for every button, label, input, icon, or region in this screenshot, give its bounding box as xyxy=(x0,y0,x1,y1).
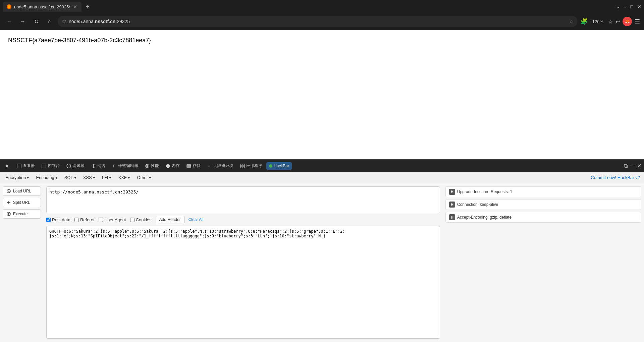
devtools-memory-tool[interactable]: 内存 xyxy=(163,162,182,170)
user-agent-checkbox[interactable] xyxy=(99,218,103,222)
execute-icon xyxy=(6,212,11,216)
devtools-cursor-tool[interactable] xyxy=(3,162,13,170)
devtools-toolbar: 查看器 控制台 调试器 网络 样式编辑器 性能 内存 存储 xyxy=(0,160,644,172)
other-arrow-icon: ▾ xyxy=(149,175,151,180)
hackbar-panel: Encryption ▾ Encoding ▾ SQL ▾ XSS ▾ LFI … xyxy=(0,172,644,342)
other-label: Other xyxy=(137,175,148,180)
apps-label: 应用程序 xyxy=(246,163,262,169)
referer-checkbox[interactable] xyxy=(74,218,79,222)
svg-point-17 xyxy=(7,212,10,216)
url-plain: node5.anna. xyxy=(69,19,95,24)
cookies-label: Cookies xyxy=(136,217,152,222)
header-item-connection: H Connection: keep-alive xyxy=(445,199,641,210)
hackbar-xss-menu[interactable]: XSS ▾ xyxy=(82,174,97,181)
devtools-undock-button[interactable]: ⧉ xyxy=(624,163,628,169)
url-input[interactable]: http://node5.anna.nssctf.cn:29325/ xyxy=(46,186,440,213)
svg-rect-3 xyxy=(42,164,46,168)
home-button[interactable]: ⌂ xyxy=(44,16,55,27)
maximize-button[interactable]: □ xyxy=(631,4,633,9)
devtools-console-tool[interactable]: 控制台 xyxy=(39,162,62,170)
lfi-arrow-icon: ▾ xyxy=(109,175,111,180)
svg-point-6 xyxy=(147,165,148,167)
back-history-icon[interactable]: ↩ xyxy=(615,18,620,25)
load-url-button[interactable]: Load URL xyxy=(3,186,41,196)
network-label: 网络 xyxy=(97,163,105,169)
cookies-checkbox-label[interactable]: Cookies xyxy=(130,217,152,222)
add-header-button[interactable]: Add Header xyxy=(156,216,184,223)
menu-icon[interactable]: ☰ xyxy=(635,18,640,25)
hackbar-lfi-menu[interactable]: LFI ▾ xyxy=(101,174,113,181)
header-item-accept-encoding: H Accept-Encoding: gzip, deflate xyxy=(445,212,641,223)
devtools-apps-tool[interactable]: 应用程序 xyxy=(237,162,265,170)
url-domain: nssctf.cn xyxy=(95,19,115,24)
svg-rect-10 xyxy=(187,166,191,167)
address-bar[interactable]: 🛡 node5.anna.nssctf.cn:29325 ☆ xyxy=(58,16,578,27)
xxe-label: XXE xyxy=(118,175,127,180)
window-controls: ⌄ – □ ✕ xyxy=(616,4,641,9)
url-port: :29325 xyxy=(115,19,130,24)
svg-rect-13 xyxy=(243,164,245,166)
active-tab[interactable]: node5.anna.nssctf.cn:29325/ ✕ xyxy=(3,2,82,12)
back-button[interactable]: ← xyxy=(4,16,15,27)
hackbar-action-buttons: Load URL Split URL Execute xyxy=(0,183,44,342)
zoom-level[interactable]: 120% xyxy=(590,18,605,25)
sql-arrow-icon: ▾ xyxy=(74,175,76,180)
devtools-hackbar-tool[interactable]: HackBar xyxy=(266,162,292,170)
svg-point-1 xyxy=(8,5,10,8)
devtools-inspector-tool[interactable]: 查看器 xyxy=(14,162,38,170)
hackbar-encoding-menu[interactable]: Encoding ▾ xyxy=(35,174,59,181)
devtools-performance-tool[interactable]: 性能 xyxy=(142,162,162,170)
close-button[interactable]: ✕ xyxy=(637,4,641,9)
devtools-styles-tool[interactable]: 样式编辑器 xyxy=(109,162,141,170)
svg-point-7 xyxy=(166,164,170,168)
reload-button[interactable]: ↻ xyxy=(31,16,42,27)
bookmark-star-icon[interactable]: ☆ xyxy=(569,19,574,24)
flag-text: NSSCTF{a7aee7be-3807-491b-a07b-2c3c7881e… xyxy=(8,37,636,44)
star-icon[interactable]: ☆ xyxy=(608,18,613,25)
devtools-debugger-tool[interactable]: 调试器 xyxy=(64,162,87,170)
tab-close-button[interactable]: ✕ xyxy=(72,4,78,10)
extensions-icon[interactable]: 🧩 xyxy=(580,18,588,25)
devtools-storage-tool[interactable]: 存储 xyxy=(184,162,203,170)
svg-point-5 xyxy=(146,164,149,168)
encoding-label: Encoding xyxy=(36,175,54,180)
load-icon xyxy=(6,189,11,193)
xss-label: XSS xyxy=(83,175,92,180)
post-data-label: Post data xyxy=(52,217,70,222)
hackbar-options-row: Post data Referer User Agent Cookies A xyxy=(46,216,440,223)
sql-label: SQL xyxy=(64,175,73,180)
split-url-button[interactable]: Split URL xyxy=(3,198,41,207)
svg-point-4 xyxy=(67,164,71,168)
execute-button[interactable]: Execute xyxy=(3,209,41,219)
hackbar-other-menu[interactable]: Other ▾ xyxy=(136,174,153,181)
nav-bar: ← → ↻ ⌂ 🛡 node5.anna.nssctf.cn:29325 ☆ 🧩… xyxy=(0,13,644,30)
svg-text:✦: ✦ xyxy=(208,164,210,168)
cookies-checkbox[interactable] xyxy=(130,218,135,222)
header-h-badge: H xyxy=(449,189,455,195)
nav-right-icons: 🧩 120% ☆ ↩ 🦊 ☰ xyxy=(580,17,640,26)
forward-button[interactable]: → xyxy=(17,16,28,27)
referer-checkbox-label[interactable]: Referer xyxy=(74,217,95,222)
post-data-input[interactable]: GHCTF=O:6:"Sakura":2:{s:5:"apple";O:6:"S… xyxy=(46,226,440,339)
devtools-a11y-tool[interactable]: ✦ 无障碍环境 xyxy=(205,162,236,170)
devtools-close-button[interactable]: ✕ xyxy=(637,163,641,169)
new-tab-button[interactable]: + xyxy=(83,2,92,11)
clear-all-button[interactable]: Clear All xyxy=(189,217,204,222)
post-data-checkbox-label[interactable]: Post data xyxy=(46,217,70,222)
hackbar-xxe-menu[interactable]: XXE ▾ xyxy=(117,174,131,181)
hackbar-sql-menu[interactable]: SQL ▾ xyxy=(63,174,78,181)
profile-avatar[interactable]: 🦊 xyxy=(623,17,632,26)
devtools-more-button[interactable]: ⋯ xyxy=(630,163,635,169)
devtools-network-tool[interactable]: 网络 xyxy=(89,162,108,170)
header-accept-encoding-value: Accept-Encoding: gzip, deflate xyxy=(457,215,512,220)
hackbar-menu-bar: Encryption ▾ Encoding ▾ SQL ▾ XSS ▾ LFI … xyxy=(0,172,644,183)
storage-label: 存储 xyxy=(193,163,201,169)
hackbar-encryption-menu[interactable]: Encryption ▾ xyxy=(4,174,31,181)
split-icon xyxy=(6,200,11,205)
tab-title: node5.anna.nssctf.cn:29325/ xyxy=(14,4,70,9)
dropdown-arrow[interactable]: ⌄ xyxy=(616,4,620,9)
debugger-label: 调试器 xyxy=(72,163,85,169)
user-agent-checkbox-label[interactable]: User Agent xyxy=(99,217,126,222)
minimize-button[interactable]: – xyxy=(624,4,627,9)
post-data-checkbox[interactable] xyxy=(46,218,51,222)
